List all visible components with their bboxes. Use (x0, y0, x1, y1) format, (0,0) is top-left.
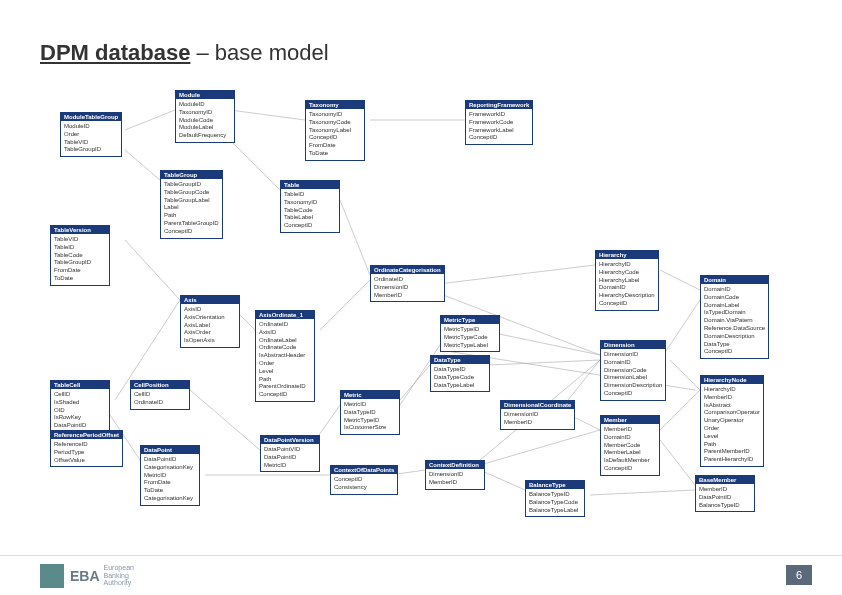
entity-field: TableCode (54, 252, 106, 260)
entity-header: CellPosition (131, 381, 189, 389)
entity-field: DataTypeID (434, 366, 486, 374)
entity-field: TableGroupLabel (164, 197, 219, 205)
entity-field: DefaultFrequency (179, 132, 231, 140)
entity-field: HierarchyLabel (599, 277, 655, 285)
entity-field: DataTypeLabel (434, 382, 486, 390)
svg-line-26 (660, 270, 700, 290)
svg-line-0 (125, 110, 175, 130)
entity-field: IsTypedDomain (704, 309, 765, 317)
entity-field: DataTypeID (344, 409, 396, 417)
entity-field: DimensionID (429, 471, 481, 479)
entity-ordinatecategorisation: OrdinateCategorisationOrdinateIDDimensio… (370, 265, 445, 302)
entity-field: ModuleLabel (179, 124, 231, 132)
entity-field: MetricTypeID (344, 417, 396, 425)
entity-field: Path (164, 212, 219, 220)
entity-field: IsAbstractHeader (259, 352, 311, 360)
entity-field: DataPointID (699, 494, 751, 502)
entity-header: OrdinateCategorisation (371, 266, 444, 274)
svg-line-30 (590, 490, 695, 495)
svg-line-22 (480, 430, 600, 465)
svg-line-21 (480, 470, 525, 490)
entity-field: DomainID (704, 286, 765, 294)
svg-line-6 (240, 315, 255, 330)
entity-field: FromDate (309, 142, 361, 150)
entity-field: MemberID (504, 419, 571, 427)
entity-body: TableGroupIDTableGroupCodeTableGroupLabe… (161, 179, 222, 238)
entity-field: DataType (704, 341, 765, 349)
entity-body: ReferenceIDPeriodTypeOffsetValue (51, 439, 122, 466)
entity-field: Order (64, 131, 118, 139)
entity-field: Order (704, 425, 760, 433)
entity-field: CellID (54, 391, 106, 399)
entity-field: MemberID (429, 479, 481, 487)
entity-field: BalanceTypeLabel (529, 507, 581, 515)
footer: EBA European Banking Authority (0, 555, 842, 595)
entity-field: Level (704, 433, 760, 441)
entity-field: DimensionCode (604, 367, 662, 375)
entity-field: AxisOrientation (184, 314, 236, 322)
entity-field: DomainLabel (704, 302, 765, 310)
entity-field: DomainDescription (704, 333, 765, 341)
entity-header: ModuleTableGroup (61, 113, 121, 121)
entity-contextofdatapoints: ContextOfDataPointsConceptIDConsistency (330, 465, 398, 495)
entity-field: IsAbstract (704, 402, 760, 410)
entity-basemember: BaseMemberMemberIDDataPointIDBalanceType… (695, 475, 755, 512)
entity-field: TaxonomyLabel (309, 127, 361, 135)
entity-dimensionalcoordinate: DimensionalCoordinateDimensionIDMemberID (500, 400, 575, 430)
entity-field: Order (259, 360, 311, 368)
entity-header: TableVersion (51, 226, 109, 234)
entity-field: DomainID (599, 284, 655, 292)
entity-body: DimensionIDMemberID (426, 469, 484, 489)
entity-field: OrdinateCode (259, 344, 311, 352)
entity-datapoint: DataPointDataPointIDCategorisationKeyMet… (140, 445, 200, 506)
entity-field: MemberID (374, 292, 441, 300)
entity-body: CellIDIsShadedOIDIsRowKeyDataPointID (51, 389, 109, 432)
entity-field: BalanceTypeCode (529, 499, 581, 507)
entity-module: ModuleModuleIDTaxonomyIDModuleCodeModule… (175, 90, 235, 143)
entity-field: AxisOrder (184, 329, 236, 337)
entity-header: Table (281, 181, 339, 189)
entity-dimension: DimensionDimensionIDDomainIDDimensionCod… (600, 340, 666, 401)
entity-field: ToDate (144, 487, 196, 495)
entity-field: DataTypeCode (434, 374, 486, 382)
entity-cellposition: CellPositionCellIDOrdinateID (130, 380, 190, 410)
entity-field: DataPointVID (264, 446, 316, 454)
entity-field: DimensionID (374, 284, 441, 292)
entity-body: OrdinateIDDimensionIDMemberID (371, 274, 444, 301)
entity-field: IsShaded (54, 399, 106, 407)
entity-field: ConceptID (599, 300, 655, 308)
entity-field: BalanceTypeID (529, 491, 581, 499)
entity-field: MetricTypeID (444, 326, 496, 334)
entity-header: Member (601, 416, 659, 424)
entity-field: TableGroupCode (164, 189, 219, 197)
entity-field: DataPointID (54, 422, 106, 430)
title-rest: – base model (190, 40, 328, 65)
entity-field: ParentTableGroupID (164, 220, 219, 228)
entity-field: TableCode (284, 207, 336, 215)
entity-field: AxisLabel (184, 322, 236, 330)
entity-field: HierarchyID (704, 386, 760, 394)
entity-field: DataPointID (264, 454, 316, 462)
svg-line-13 (400, 365, 430, 400)
entity-datapointversion: DataPointVersionDataPointVIDDataPointIDM… (260, 435, 320, 472)
entity-field: ParentOrdinateID (259, 383, 311, 391)
entity-body: MetricIDDataTypeIDMetricTypeIDIsCustomer… (341, 399, 399, 434)
entity-referenceperiodoffset: ReferencePeriodOffsetReferenceIDPeriodTy… (50, 430, 123, 467)
entity-body: TableIDTaxonomyIDTableCodeTableLabelConc… (281, 189, 339, 232)
entity-tablegroup: TableGroupTableGroupIDTableGroupCodeTabl… (160, 170, 223, 239)
entity-field: ConceptID (334, 476, 394, 484)
entity-hierarchynode: HierarchyNodeHierarchyIDMemberIDIsAbstra… (700, 375, 764, 467)
entity-field: BalanceTypeID (699, 502, 751, 510)
entity-field: OrdinateID (259, 321, 311, 329)
entity-field: ConceptID (164, 228, 219, 236)
logo-fullname: European Banking Authority (104, 564, 134, 587)
entity-body: DataTypeIDDataTypeCodeDataTypeLabel (431, 364, 489, 391)
entity-field: OID (54, 407, 106, 415)
logo-square (40, 564, 64, 588)
entity-field: OrdinateID (374, 276, 441, 284)
entity-field: Reference.DataSource (704, 325, 765, 333)
entity-body: FrameworkIDFrameworkCodeFrameworkLabelCo… (466, 109, 532, 144)
er-diagram: ModuleModuleIDTaxonomyIDModuleCodeModule… (30, 80, 812, 535)
entity-field: MemberID (704, 394, 760, 402)
entity-body: MemberIDDataPointIDBalanceTypeID (696, 484, 754, 511)
